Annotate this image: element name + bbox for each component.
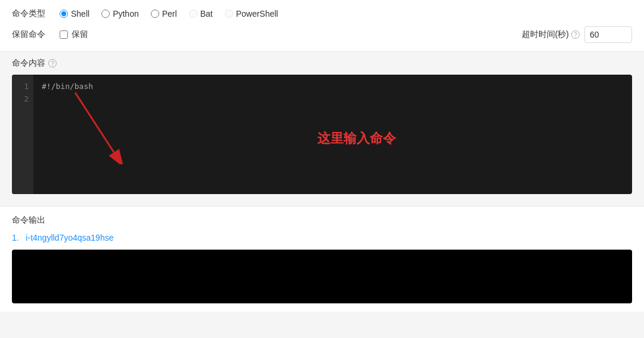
keep-checkbox[interactable] [60, 30, 68, 39]
timeout-help-icon[interactable]: ? [571, 30, 580, 39]
output-terminal [12, 250, 632, 303]
line-num-1: 1 [17, 81, 29, 93]
editor-section-title: 命令内容 ? [12, 58, 632, 69]
code-line-2 [42, 93, 624, 106]
command-type-row: 命令类型 Shell Python Perl Bat [12, 8, 632, 19]
output-item-index: 1. [12, 233, 19, 242]
code-area: 1 2 #!/bin/bash 这里输入命 [12, 75, 632, 194]
code-content[interactable]: #!/bin/bash 这里输入命令 [33, 75, 632, 194]
line-numbers: 1 2 [12, 75, 33, 194]
line-num-2: 2 [17, 93, 29, 106]
radio-shell[interactable]: Shell [60, 9, 89, 19]
radio-python-label: Python [113, 9, 139, 19]
code-editor[interactable]: 1 2 #!/bin/bash 这里输入命 [12, 75, 632, 194]
keep-command-row: 保留命令 保留 超时时间(秒) ? [12, 26, 632, 43]
radio-powershell[interactable]: PowerShell [225, 9, 278, 19]
command-type-label: 命令类型 [12, 8, 60, 19]
radio-bat-label: Bat [200, 9, 213, 19]
output-list: 1. i-t4ngylld7yo4qsa19hse [12, 232, 632, 244]
form-section: 命令类型 Shell Python Perl Bat [0, 0, 644, 52]
radio-perl[interactable]: Perl [151, 9, 177, 19]
radio-shell-label: Shell [71, 9, 89, 19]
radio-python[interactable]: Python [101, 9, 139, 19]
editor-help-icon[interactable]: ? [48, 59, 57, 67]
radio-perl-label: Perl [162, 9, 177, 19]
code-line-1: #!/bin/bash [42, 81, 624, 93]
keep-checkbox-item[interactable]: 保留 [60, 29, 88, 40]
timeout-label: 超时时间(秒) ? [522, 29, 580, 40]
output-title: 命令输出 [12, 215, 632, 226]
keep-checkbox-label: 保留 [72, 29, 88, 40]
page-container: 命令类型 Shell Python Perl Bat [0, 0, 644, 338]
radio-group: Shell Python Perl Bat PowerShell [60, 9, 278, 19]
annotation-text: 这里输入命令 [317, 128, 396, 149]
output-item-1[interactable]: 1. i-t4ngylld7yo4qsa19hse [12, 232, 632, 244]
content-section: 命令内容 ? 1 2 #!/bin/bash [0, 52, 644, 200]
radio-powershell-label: PowerShell [236, 9, 278, 19]
output-item-id[interactable]: i-t4ngylld7yo4qsa19hse [26, 233, 113, 242]
output-section: 命令输出 1. i-t4ngylld7yo4qsa19hse [0, 206, 644, 312]
timeout-input[interactable] [584, 26, 632, 43]
radio-bat[interactable]: Bat [189, 9, 213, 19]
timeout-group: 超时时间(秒) ? [522, 26, 632, 43]
keep-label: 保留命令 [12, 29, 60, 40]
